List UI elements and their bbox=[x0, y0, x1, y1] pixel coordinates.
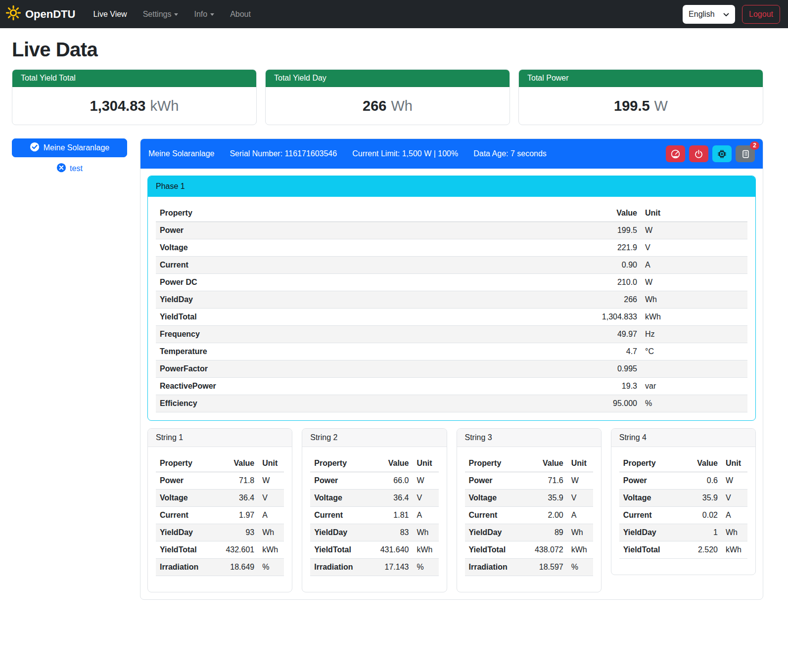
card-value: 1,304.83 bbox=[90, 98, 146, 114]
value-cell: 1,304.833 bbox=[562, 309, 641, 326]
column-header-property: Property bbox=[156, 455, 211, 472]
unit-cell: W bbox=[641, 222, 747, 239]
property-cell: Power DC bbox=[156, 274, 562, 291]
property-cell: YieldDay bbox=[465, 524, 520, 541]
value-cell: 35.9 bbox=[520, 490, 567, 507]
unit-cell: kWh bbox=[413, 541, 439, 559]
value-cell: 432.601 bbox=[211, 541, 258, 559]
event-count-badge: 2 bbox=[750, 141, 759, 150]
column-header-property: Property bbox=[465, 455, 520, 472]
value-cell: 89 bbox=[520, 524, 567, 541]
logout-button[interactable]: Logout bbox=[742, 5, 780, 24]
value-cell: 221.9 bbox=[562, 239, 641, 257]
table-row: YieldDay266Wh bbox=[156, 291, 747, 309]
value-cell: 1.97 bbox=[211, 507, 258, 524]
event-log-button[interactable]: 2 bbox=[736, 145, 755, 162]
table-row: Power0.6W bbox=[619, 472, 747, 490]
property-cell: Current bbox=[619, 507, 674, 524]
property-cell: PowerFactor bbox=[156, 360, 562, 378]
unit-cell: W bbox=[567, 472, 593, 490]
language-select[interactable]: English bbox=[683, 5, 735, 24]
nav-item-info[interactable]: Info bbox=[187, 6, 221, 23]
nav-links: Live View Settings Info About bbox=[86, 6, 258, 23]
table-row: Current2.00A bbox=[465, 507, 593, 524]
value-cell: 18.649 bbox=[211, 559, 258, 576]
unit-cell: Wh bbox=[567, 524, 593, 541]
table-row: Power71.8W bbox=[156, 472, 284, 490]
nav-item-about[interactable]: About bbox=[223, 6, 258, 23]
property-cell: Power bbox=[156, 472, 211, 490]
table-row: Voltage36.4V bbox=[310, 490, 438, 507]
value-cell: 83 bbox=[366, 524, 413, 541]
unit-cell: % bbox=[413, 559, 439, 576]
table-header-row: Property Value Unit bbox=[156, 205, 747, 222]
caret-down-icon bbox=[210, 13, 214, 16]
unit-cell: kWh bbox=[641, 309, 747, 326]
nav-item-settings[interactable]: Settings bbox=[136, 6, 185, 23]
unit-cell: % bbox=[641, 395, 747, 412]
column-header-property: Property bbox=[619, 455, 674, 472]
value-cell: 19.3 bbox=[562, 378, 641, 395]
string-table: Property Value Unit Power71.8W Voltage36… bbox=[156, 455, 284, 576]
nav-item-live-view[interactable]: Live View bbox=[86, 6, 134, 23]
unit-cell: % bbox=[567, 559, 593, 576]
value-cell: 210.0 bbox=[562, 274, 641, 291]
phase-table: Property Value Unit Power199.5W Voltage2… bbox=[156, 205, 747, 412]
value-cell: 431.640 bbox=[366, 541, 413, 559]
table-row: Voltage221.9V bbox=[156, 239, 747, 257]
table-row: Voltage36.4V bbox=[156, 490, 284, 507]
card-value-area: 1,304.83 kWh bbox=[12, 87, 256, 125]
unit-cell: kWh bbox=[567, 541, 593, 559]
inverter-select-button[interactable]: Meine Solaranlage bbox=[12, 138, 127, 157]
property-cell: Voltage bbox=[619, 490, 674, 507]
unit-cell: W bbox=[722, 472, 747, 490]
unit-cell: V bbox=[567, 490, 593, 507]
property-cell: YieldDay bbox=[156, 291, 562, 309]
table-row: Voltage35.9V bbox=[619, 490, 747, 507]
value-cell: 71.8 bbox=[211, 472, 258, 490]
table-row: Current1.97A bbox=[156, 507, 284, 524]
brand[interactable]: OpenDTU bbox=[6, 5, 75, 23]
property-cell: Current bbox=[310, 507, 365, 524]
column-header-unit: Unit bbox=[722, 455, 747, 472]
limit-settings-button[interactable] bbox=[666, 145, 685, 162]
value-cell: 36.4 bbox=[211, 490, 258, 507]
value-cell: 95.000 bbox=[562, 395, 641, 412]
property-cell: Power bbox=[156, 222, 562, 239]
value-cell: 199.5 bbox=[562, 222, 641, 239]
column-header-value: Value bbox=[562, 205, 641, 222]
card-value-area: 199.5 W bbox=[519, 87, 763, 125]
value-cell: 0.02 bbox=[674, 507, 722, 524]
table-row: Power DC210.0W bbox=[156, 274, 747, 291]
property-cell: Voltage bbox=[156, 490, 211, 507]
chevron-down-icon bbox=[723, 10, 729, 19]
card-title: Total Yield Total bbox=[12, 70, 256, 87]
property-cell: Power bbox=[310, 472, 365, 490]
value-cell: 93 bbox=[211, 524, 258, 541]
property-cell: Temperature bbox=[156, 343, 562, 360]
phase-1-panel: Phase 1 Property Value Unit bbox=[147, 176, 756, 421]
power-control-button[interactable] bbox=[689, 145, 708, 162]
table-row: Efficiency95.000% bbox=[156, 395, 747, 412]
value-cell: 0.6 bbox=[674, 472, 722, 490]
inverter-current-limit: Current Limit: 1,500 W | 100% bbox=[352, 149, 458, 158]
property-cell: Irradiation bbox=[310, 559, 365, 576]
unit-cell: Wh bbox=[413, 524, 439, 541]
table-row: YieldTotal431.640kWh bbox=[310, 541, 438, 559]
unit-cell: V bbox=[722, 490, 747, 507]
card-unit: Wh bbox=[391, 98, 413, 114]
string-card-title: String 4 bbox=[611, 429, 755, 447]
value-cell: 0.90 bbox=[562, 257, 641, 274]
card-value-area: 266 Wh bbox=[266, 87, 510, 125]
card-unit: W bbox=[654, 98, 668, 114]
value-cell: 438.072 bbox=[520, 541, 567, 559]
radio-stats-button[interactable] bbox=[712, 145, 732, 162]
column-header-property: Property bbox=[310, 455, 365, 472]
property-cell: YieldDay bbox=[156, 524, 211, 541]
column-header-value: Value bbox=[366, 455, 413, 472]
table-row: YieldDay1Wh bbox=[619, 524, 747, 541]
inverter-item-test[interactable]: test bbox=[12, 163, 127, 175]
table-row: Frequency49.97Hz bbox=[156, 326, 747, 343]
string-table: Property Value Unit Power66.0W Voltage36… bbox=[310, 455, 438, 576]
inverter-name: Meine Solaranlage bbox=[148, 149, 214, 158]
